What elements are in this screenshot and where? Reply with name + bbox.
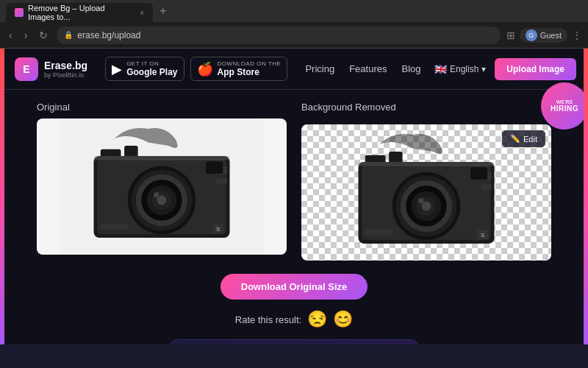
svg-point-29 — [418, 198, 423, 203]
profile-avatar: G — [526, 29, 537, 41]
svg-rect-16 — [101, 224, 128, 229]
sad-rating-btn[interactable]: 😒 — [307, 310, 327, 329]
apple-icon: 🍎 — [197, 61, 213, 77]
bulk-banner: ✦ Want to Remove Background from Images … — [169, 339, 419, 344]
nav-links: Pricing Features Blog — [305, 63, 420, 74]
logo-subtitle: by PixelBin.io — [44, 71, 87, 79]
images-row: Original — [37, 102, 551, 261]
lock-icon: 🔒 — [64, 31, 73, 39]
rate-label: Rate this result: — [235, 314, 301, 325]
forward-btn[interactable]: › — [21, 28, 31, 43]
google-play-top: GET IT ON — [126, 60, 177, 67]
active-tab[interactable]: Remove Bg – Upload Images to... × — [6, 3, 153, 22]
lang-selector[interactable]: 🇬🇧 English ▾ — [434, 63, 486, 75]
svg-text:S: S — [481, 232, 484, 238]
removed-label: Background Removed — [301, 102, 396, 113]
edit-label: Edit — [523, 135, 537, 144]
lang-flag: 🇬🇧 — [434, 63, 447, 75]
original-label: Original — [37, 102, 287, 113]
back-btn[interactable]: ‹ — [6, 28, 15, 43]
svg-point-10 — [154, 192, 159, 197]
google-play-text: GET IT ON Google Play — [126, 60, 177, 77]
logo-title: Erase.bg — [44, 60, 87, 71]
svg-text:S: S — [216, 226, 220, 233]
address-text: erase.bg/upload — [77, 30, 140, 40]
tab-favicon — [15, 8, 24, 17]
app-store-badge[interactable]: 🍎 Download on the App Store — [190, 57, 288, 81]
lang-label: English — [450, 64, 478, 74]
svg-point-9 — [157, 196, 167, 205]
svg-rect-35 — [365, 230, 392, 235]
svg-rect-15 — [206, 161, 223, 174]
lang-chevron-icon: ▾ — [481, 64, 486, 74]
new-tab-btn[interactable]: + — [156, 4, 171, 18]
svg-rect-38 — [359, 162, 495, 166]
tab-bar: Remove Bg – Upload Images to... × + — [0, 0, 588, 22]
download-button[interactable]: Download Original Size — [220, 274, 368, 300]
logo-text-area: Erase.bg by PixelBin.io — [44, 60, 87, 79]
google-play-icon: ▶ — [112, 61, 122, 77]
nav-blog[interactable]: Blog — [401, 63, 420, 74]
tab-title: Remove Bg – Upload Images to... — [28, 4, 132, 21]
removed-image-container: ✏️ Edit — [301, 124, 551, 261]
main-content: WE'RE HIRING Original — [0, 90, 588, 344]
svg-rect-33 — [481, 184, 492, 189]
original-camera-image: S — [37, 118, 287, 255]
original-panel: Original — [37, 102, 287, 261]
tab-close-btn[interactable]: × — [140, 9, 144, 17]
hiring-we-are: WE'RE — [556, 99, 573, 105]
svg-rect-14 — [216, 178, 227, 183]
google-play-name: Google Play — [126, 67, 177, 77]
logo-area[interactable]: E Erase.bg by PixelBin.io — [15, 57, 87, 81]
profile-chip[interactable]: G Guest — [520, 28, 567, 43]
app-store-top: Download on the — [218, 60, 282, 67]
address-bar[interactable]: 🔒 erase.bg/upload — [57, 26, 500, 44]
edit-button[interactable]: ✏️ Edit — [502, 130, 545, 147]
original-image-container: S — [37, 118, 287, 255]
extensions-icon[interactable]: ⊞ — [506, 29, 515, 41]
upload-image-button[interactable]: Upload Image — [495, 58, 576, 80]
store-badges: ▶ GET IT ON Google Play 🍎 Download on th… — [105, 57, 287, 81]
images-section: Original — [37, 102, 551, 261]
profile-label: Guest — [540, 31, 562, 40]
app-store-text: Download on the App Store — [218, 60, 282, 77]
logo-icon: E — [15, 57, 38, 81]
nav-pricing[interactable]: Pricing — [305, 63, 334, 74]
nav-right: 🇬🇧 English ▾ Upload Image — [434, 58, 576, 80]
menu-icon[interactable]: ⋮ — [572, 29, 582, 41]
page-content: E Erase.bg by PixelBin.io ▶ GET IT ON Go… — [0, 49, 588, 344]
reload-btn[interactable]: ↻ — [36, 28, 51, 43]
address-bar-row: ‹ › ↻ 🔒 erase.bg/upload ⊞ G Guest ⋮ — [0, 22, 588, 49]
app-store-name: App Store — [218, 67, 282, 77]
rate-row: Rate this result: 😒 😊 — [235, 310, 353, 329]
browser-actions: ⊞ G Guest ⋮ — [506, 28, 582, 43]
navbar: E Erase.bg by PixelBin.io ▶ GET IT ON Go… — [0, 49, 588, 90]
svg-point-28 — [422, 202, 431, 211]
svg-rect-34 — [470, 167, 487, 180]
svg-rect-19 — [94, 156, 230, 160]
hiring-badge[interactable]: WE'RE HIRING — [541, 82, 588, 130]
hiring-text: HIRING — [551, 105, 578, 113]
removed-panel: Background Removed ✏️ Edit — [301, 102, 551, 261]
nav-features[interactable]: Features — [349, 63, 387, 74]
edit-icon: ✏️ — [510, 134, 520, 144]
happy-rating-btn[interactable]: 😊 — [333, 310, 353, 329]
google-play-badge[interactable]: ▶ GET IT ON Google Play — [105, 57, 184, 81]
